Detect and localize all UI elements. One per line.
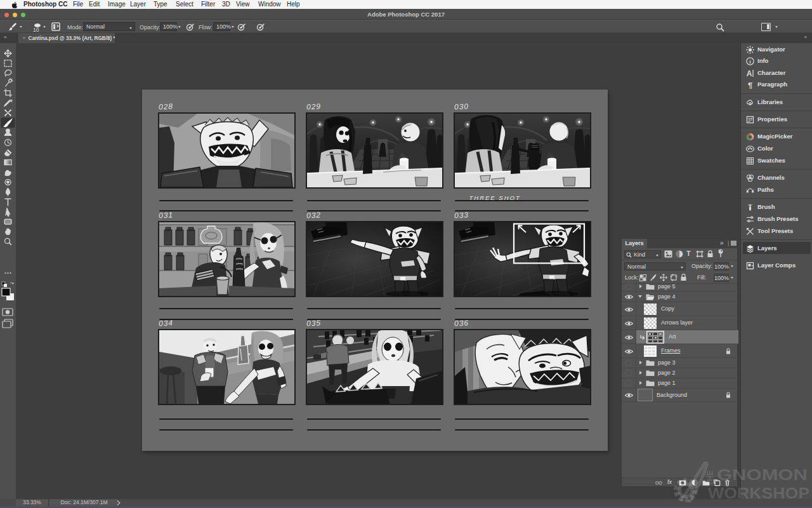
svg-text:GNOMON: GNOMON (717, 467, 808, 483)
svg-text:THE: THE (704, 471, 715, 486)
svg-text:¶: ¶ (748, 81, 752, 89)
svg-text:i: i (749, 58, 751, 65)
svg-text:A: A (747, 69, 752, 77)
svg-text:WORKSHOP: WORKSHOP (708, 485, 809, 502)
